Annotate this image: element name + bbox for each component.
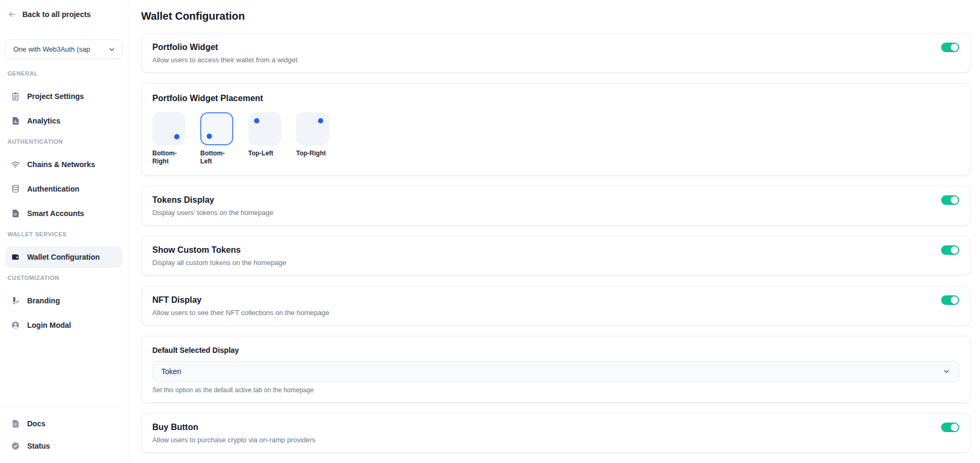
- section-label-authentication: AUTHENTICATION: [7, 138, 123, 145]
- placement-tile-top-left[interactable]: [248, 112, 281, 145]
- main-content: Wallet Configuration Portfolio Widget Al…: [128, 0, 980, 463]
- placement-dot: [174, 134, 179, 139]
- sidebar-item-chains-networks[interactable]: Chains & Networks: [5, 154, 123, 175]
- card-title: NFT Display: [152, 294, 329, 307]
- chevron-down-icon: [108, 46, 116, 53]
- placement-tile-bottom-right[interactable]: [152, 112, 185, 145]
- docs-icon: [11, 419, 20, 428]
- sidebar-item-label: Authentication: [27, 185, 79, 193]
- database-icon: [11, 184, 20, 194]
- card-title: Buy Button: [152, 421, 315, 434]
- section-label-wallet-services: WALLET SERVICES: [7, 230, 123, 238]
- card-tokens-display: Tokens Display Display users' tokens on …: [141, 186, 970, 226]
- placement-option-bottom-right: Bottom-Right: [152, 112, 187, 166]
- sidebar-item-label: Login Modal: [27, 321, 71, 329]
- sidebar-item-login-modal[interactable]: Login Modal: [5, 315, 123, 336]
- sidebar-item-label: Analytics: [27, 117, 60, 125]
- sidebar-item-label: Wallet Configuration: [27, 253, 100, 261]
- section-label-customization: CUSTOMIZATION: [7, 274, 123, 282]
- placement-tile-top-right[interactable]: [296, 112, 329, 145]
- card-description: Allow users to access their wallet from …: [152, 55, 297, 65]
- sidebar-item-label: Branding: [27, 296, 60, 305]
- card-title: Show Custom Tokens: [152, 244, 286, 257]
- card-nft-display: NFT Display Allow users to see their NFT…: [141, 286, 970, 326]
- nft-display-toggle[interactable]: [941, 295, 959, 305]
- back-to-projects-label: Back to all projects: [22, 10, 91, 19]
- sidebar-item-wallet-configuration[interactable]: Wallet Configuration: [5, 246, 123, 268]
- card-portfolio-widget: Portfolio Widget Allow users to access t…: [141, 33, 970, 73]
- arrow-left-icon: [7, 10, 17, 19]
- document-icon: [11, 209, 20, 218]
- sidebar-item-label: Smart Accounts: [27, 209, 84, 218]
- sidebar-item-smart-accounts[interactable]: Smart Accounts: [5, 203, 123, 224]
- sidebar-item-authentication[interactable]: Authentication: [5, 178, 123, 200]
- wallet-icon: [11, 252, 20, 262]
- buy-button-toggle[interactable]: [941, 423, 959, 432]
- placement-label: Top-Right: [296, 150, 331, 158]
- sidebar-item-label: Project Settings: [27, 92, 84, 101]
- portfolio-widget-toggle[interactable]: [941, 43, 959, 52]
- sidebar-nav: GENERAL Project Settings Analytics AUTHE…: [0, 59, 128, 339]
- paintbrush-icon: [11, 296, 20, 305]
- placement-option-bottom-left: Bottom-Left: [200, 112, 235, 166]
- placement-label: Top-Left: [248, 150, 283, 158]
- sidebar-footer: Docs Status: [0, 406, 128, 463]
- check-circle-icon: [11, 441, 20, 451]
- sidebar-item-docs[interactable]: Docs: [5, 413, 123, 434]
- placement-label: Bottom-Right: [152, 150, 187, 166]
- card-show-custom-tokens: Show Custom Tokens Display all custom to…: [141, 236, 970, 276]
- sidebar-item-label: Status: [27, 442, 50, 450]
- clipboard-icon: [11, 92, 20, 101]
- section-label-general: GENERAL: [7, 70, 123, 77]
- project-selector[interactable]: One with Web3Auth (sap: [5, 39, 123, 59]
- placement-dot: [207, 134, 212, 139]
- placement-dot: [254, 118, 259, 123]
- analytics-doc-icon: [11, 116, 20, 126]
- card-title: Tokens Display: [152, 194, 273, 206]
- tokens-display-toggle[interactable]: [941, 195, 959, 205]
- placement-tile-bottom-left[interactable]: [200, 112, 233, 145]
- show-custom-tokens-toggle[interactable]: [941, 245, 959, 255]
- sidebar-item-analytics[interactable]: Analytics: [5, 110, 123, 131]
- card-title: Portfolio Widget Placement: [152, 92, 959, 105]
- user-circle-icon: [11, 320, 20, 330]
- card-description: Display users' tokens on the homepage: [152, 208, 273, 218]
- card-description: Allow users to purchase crypto via on-ra…: [152, 435, 315, 445]
- chevron-down-icon: [943, 368, 950, 375]
- sidebar: Back to all projects One with Web3Auth (…: [0, 0, 128, 463]
- project-selector-value: One with Web3Auth (sap: [13, 45, 90, 53]
- placement-options: Bottom-Right Bottom-Left Top-Left Top-Ri…: [152, 112, 959, 166]
- sidebar-item-label: Docs: [27, 419, 45, 428]
- placement-option-top-right: Top-Right: [296, 112, 331, 166]
- placement-dot: [318, 118, 323, 123]
- wifi-icon: [11, 160, 20, 169]
- sidebar-item-branding[interactable]: Branding: [5, 290, 123, 311]
- default-display-select[interactable]: Token: [152, 361, 959, 382]
- card-description: Display all custom tokens on the homepag…: [152, 258, 286, 268]
- sidebar-item-project-settings[interactable]: Project Settings: [5, 86, 123, 107]
- select-helper-text: Set this option as the default active ta…: [152, 386, 959, 394]
- card-description: Allow users to see their NFT collections…: [152, 308, 329, 318]
- placement-label: Bottom-Left: [200, 150, 235, 166]
- card-portfolio-widget-placement: Portfolio Widget Placement Bottom-Right …: [141, 83, 970, 176]
- page-title: Wallet Configuration: [141, 9, 970, 23]
- select-label: Default Selected Display: [152, 345, 959, 355]
- sidebar-item-status[interactable]: Status: [5, 435, 123, 457]
- card-buy-button: Buy Button Allow users to purchase crypt…: [141, 413, 970, 453]
- card-title: Portfolio Widget: [152, 41, 297, 54]
- card-default-selected-display: Default Selected Display Token Set this …: [141, 336, 970, 403]
- placement-option-top-left: Top-Left: [248, 112, 283, 166]
- back-to-projects-link[interactable]: Back to all projects: [0, 0, 128, 19]
- select-value: Token: [161, 367, 181, 376]
- sidebar-item-label: Chains & Networks: [27, 160, 95, 169]
